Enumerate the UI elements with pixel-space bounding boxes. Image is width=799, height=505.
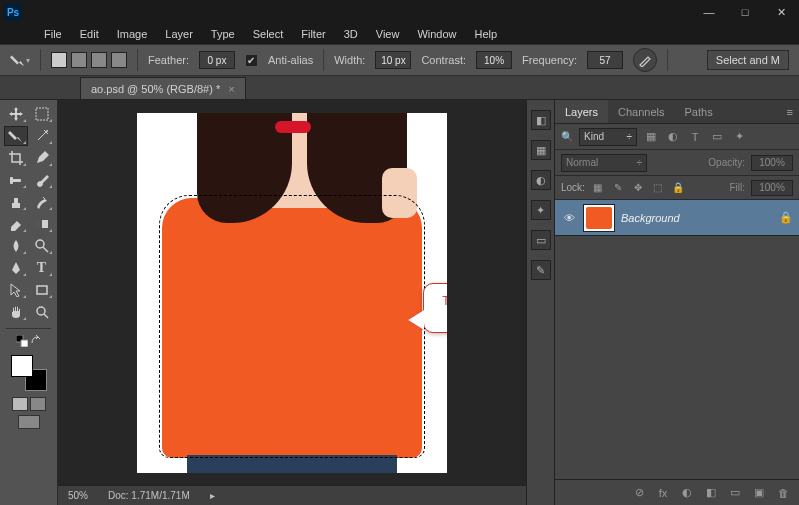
panel-menu-icon[interactable]: ≡	[781, 106, 799, 118]
menu-help[interactable]: Help	[467, 26, 506, 42]
delete-layer-icon[interactable]: 🗑	[775, 485, 791, 501]
filter-shape-icon[interactable]: ▭	[709, 129, 725, 145]
foreground-color-swatch[interactable]	[11, 355, 33, 377]
layer-mask-icon[interactable]: ◐	[679, 485, 695, 501]
menu-file[interactable]: File	[36, 26, 70, 42]
collapsed-panel-color-icon[interactable]: ◧	[531, 110, 551, 130]
feather-input[interactable]: 0 px	[199, 51, 235, 69]
marquee-tool-icon[interactable]	[30, 104, 54, 124]
collapsed-panel-styles-icon[interactable]: ✦	[531, 200, 551, 220]
layer-row[interactable]: 👁 Background 🔒	[555, 200, 799, 236]
blend-row: Normal÷ Opacity: 100%	[555, 150, 799, 176]
fill-adjustment-icon[interactable]: ◧	[703, 485, 719, 501]
collapsed-panel-brushes-icon[interactable]: ✎	[531, 260, 551, 280]
selection-subtract-icon[interactable]	[91, 52, 107, 68]
screen-mode-icon[interactable]	[18, 415, 40, 429]
pen-pressure-icon[interactable]	[633, 48, 657, 72]
menu-view[interactable]: View	[368, 26, 408, 42]
layer-fx-icon[interactable]: fx	[655, 485, 671, 501]
crop-tool-icon[interactable]	[4, 148, 28, 168]
zoom-level[interactable]: 50%	[68, 490, 88, 501]
svg-rect-3	[10, 177, 13, 184]
tab-channels[interactable]: Channels	[608, 100, 674, 123]
antialias-checkbox[interactable]: ✔	[245, 54, 258, 67]
options-bar: ▾ Feather: 0 px ✔ Anti-alias Width: 10 p…	[0, 44, 799, 76]
lock-artboard-icon[interactable]: ⬚	[651, 181, 665, 195]
magic-wand-tool-icon[interactable]	[30, 126, 54, 146]
rectangle-tool-icon[interactable]	[30, 280, 54, 300]
layer-thumbnail[interactable]	[583, 204, 615, 232]
document-tab[interactable]: ao.psd @ 50% (RGB/8#) * ×	[80, 77, 246, 99]
menu-layer[interactable]: Layer	[157, 26, 201, 42]
selection-intersect-icon[interactable]	[111, 52, 127, 68]
swap-colors-icon[interactable]	[30, 335, 42, 347]
layer-name[interactable]: Background	[621, 212, 680, 224]
foreground-background-colors[interactable]	[11, 355, 47, 391]
filter-adjustment-icon[interactable]: ◐	[665, 129, 681, 145]
menu-edit[interactable]: Edit	[72, 26, 107, 42]
minimize-button[interactable]: —	[695, 3, 723, 21]
close-button[interactable]: ✕	[767, 3, 795, 21]
width-input[interactable]: 10 px	[375, 51, 411, 69]
dodge-tool-icon[interactable]	[30, 236, 54, 256]
filter-pixel-icon[interactable]: ▦	[643, 129, 659, 145]
lock-all-icon[interactable]: 🔒	[671, 181, 685, 195]
doc-info-arrow-icon[interactable]: ▸	[210, 490, 215, 501]
filter-kind-select[interactable]: Kind÷	[579, 128, 637, 146]
lock-transparent-icon[interactable]: ▦	[591, 181, 605, 195]
layer-visibility-icon[interactable]: 👁	[561, 210, 577, 226]
pen-tool-icon[interactable]	[4, 258, 28, 278]
menu-select[interactable]: Select	[245, 26, 292, 42]
document-close-icon[interactable]: ×	[228, 83, 234, 95]
selection-add-icon[interactable]	[71, 52, 87, 68]
lock-pixels-icon[interactable]: ✎	[611, 181, 625, 195]
menu-image[interactable]: Image	[109, 26, 156, 42]
filter-smart-icon[interactable]: ✦	[731, 129, 747, 145]
current-tool-icon[interactable]: ▾	[10, 50, 30, 70]
eraser-tool-icon[interactable]	[4, 214, 28, 234]
move-tool-icon[interactable]	[4, 104, 28, 124]
history-brush-tool-icon[interactable]	[30, 192, 54, 212]
lock-position-icon[interactable]: ✥	[631, 181, 645, 195]
menu-filter[interactable]: Filter	[293, 26, 333, 42]
blur-tool-icon[interactable]	[4, 236, 28, 256]
eyedropper-tool-icon[interactable]	[30, 148, 54, 168]
menu-window[interactable]: Window	[409, 26, 464, 42]
link-layers-icon[interactable]: ⊘	[631, 485, 647, 501]
tab-layers[interactable]: Layers	[555, 100, 608, 123]
fill-input[interactable]: 100%	[751, 180, 793, 196]
menu-type[interactable]: Type	[203, 26, 243, 42]
blend-mode-select[interactable]: Normal÷	[561, 154, 647, 172]
contrast-input[interactable]: 10%	[476, 51, 512, 69]
gradient-tool-icon[interactable]	[30, 214, 54, 234]
maximize-button[interactable]: □	[731, 3, 759, 21]
lasso-tool-icon[interactable]	[4, 126, 28, 146]
new-layer-icon[interactable]: ▣	[751, 485, 767, 501]
default-colors-icon[interactable]	[16, 335, 28, 347]
menu-3d[interactable]: 3D	[336, 26, 366, 42]
svg-point-1	[46, 130, 48, 132]
window-controls: — □ ✕	[695, 3, 795, 21]
hand-tool-icon[interactable]	[4, 302, 28, 322]
select-and-mask-button[interactable]: Select and M	[707, 50, 789, 70]
type-tool-icon[interactable]: T	[30, 258, 54, 278]
doc-info[interactable]: Doc: 1.71M/1.71M	[108, 490, 190, 501]
collapsed-panel-swatches-icon[interactable]: ▦	[531, 140, 551, 160]
frequency-input[interactable]: 57	[587, 51, 623, 69]
canvas[interactable]: Tạo vùng chọn chiếc áo, và nhấn Ctrl+J	[58, 100, 526, 485]
new-group-icon[interactable]: ▭	[727, 485, 743, 501]
tab-paths[interactable]: Paths	[675, 100, 723, 123]
healing-brush-tool-icon[interactable]	[4, 170, 28, 190]
opacity-input[interactable]: 100%	[751, 155, 793, 171]
quickmask-mode-icon[interactable]	[30, 397, 46, 411]
collapsed-panel-adjustments-icon[interactable]: ◐	[531, 170, 551, 190]
filter-type-icon[interactable]: T	[687, 129, 703, 145]
selection-mode-buttons	[51, 52, 127, 68]
standard-mode-icon[interactable]	[12, 397, 28, 411]
collapsed-panel-libraries-icon[interactable]: ▭	[531, 230, 551, 250]
path-selection-tool-icon[interactable]	[4, 280, 28, 300]
selection-new-icon[interactable]	[51, 52, 67, 68]
brush-tool-icon[interactable]	[30, 170, 54, 190]
clone-stamp-tool-icon[interactable]	[4, 192, 28, 212]
zoom-tool-icon[interactable]	[30, 302, 54, 322]
